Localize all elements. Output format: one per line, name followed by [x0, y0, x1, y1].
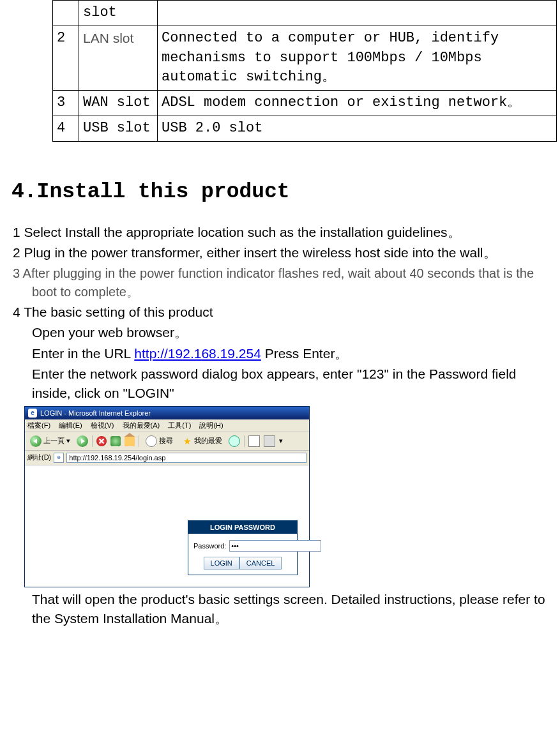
ie-menubar: 檔案(F) 編輯(E) 檢視(V) 我的最愛(A) 工具(T) 說明(H) [25, 419, 309, 432]
stop-icon[interactable] [96, 436, 107, 446]
home-icon[interactable] [125, 436, 135, 446]
password-label: Password: [193, 542, 226, 550]
separator [92, 435, 93, 447]
login-button[interactable]: LOGIN [204, 557, 239, 569]
cell-num: 2 [53, 26, 79, 90]
refresh-icon[interactable] [110, 436, 121, 446]
cell-desc [158, 1, 557, 26]
section-heading: 4.Install this product [11, 180, 554, 204]
cell-desc: USB 2.0 slot [158, 116, 557, 141]
menu-help[interactable]: 說明(H) [199, 421, 223, 429]
slot-table: slot 2 LAN slot Connected to a computer … [52, 0, 557, 142]
password-field[interactable] [229, 540, 321, 552]
menu-view[interactable]: 檢視(V) [91, 421, 114, 429]
forward-button[interactable] [77, 435, 88, 447]
cell-name: WAN slot [79, 91, 158, 116]
step-3: 3 After plugging in the power function i… [13, 264, 547, 301]
table-row: slot [53, 1, 557, 26]
address-input[interactable] [66, 453, 306, 463]
step-4a: 4 The basic setting of this product [13, 303, 547, 322]
ie-content-area: LOGIN PASSWORD Password: LOGIN CANCEL [25, 465, 309, 587]
back-button[interactable]: 上一頁 ▾ [27, 434, 73, 448]
step-4c: Enter in the URL http://192.168.19.254 P… [13, 344, 547, 363]
login-dialog: LOGIN PASSWORD Password: LOGIN CANCEL [188, 520, 298, 575]
history-icon[interactable] [229, 435, 240, 447]
search-button[interactable]: 搜尋 [143, 434, 176, 448]
menu-edit[interactable]: 編輯(E) [59, 421, 82, 429]
search-icon [146, 435, 157, 447]
back-arrow-icon [30, 435, 42, 447]
menu-file[interactable]: 檔案(F) [27, 421, 50, 429]
menu-favorites[interactable]: 我的最愛(A) [123, 421, 160, 429]
search-label: 搜尋 [159, 436, 173, 446]
step-4c-pre: Enter in the URL [32, 346, 134, 361]
star-icon: ★ [182, 436, 192, 446]
table-row: 2 LAN slot Connected to a computer or HU… [53, 26, 557, 90]
cell-name: USB slot [79, 116, 158, 141]
step-2: 2 Plug in the power transformer, either … [13, 243, 547, 262]
more-icon[interactable]: ▾ [279, 437, 283, 445]
separator [244, 435, 245, 447]
cell-num: 3 [53, 91, 79, 116]
step-1: 1 Select Install the appropriate locatio… [13, 223, 547, 242]
back-label: 上一頁 [43, 436, 64, 446]
login-dialog-title: LOGIN PASSWORD [188, 521, 297, 534]
step-4d: Enter the network password dialog box ap… [13, 365, 547, 403]
cell-desc: ADSL modem connection or existing networ… [158, 91, 557, 116]
print-icon[interactable] [264, 435, 275, 447]
ie-icon: e [28, 409, 37, 418]
cancel-button[interactable]: CANCEL [239, 557, 282, 569]
table-row: 4 USB slot USB 2.0 slot [53, 116, 557, 141]
separator [139, 435, 139, 447]
cell-num: 4 [53, 116, 79, 141]
ie-title-text: LOGIN - Microsoft Internet Explorer [40, 409, 151, 417]
cell-name: LAN slot [79, 26, 158, 90]
favorites-label: 我的最愛 [194, 436, 222, 446]
step-4c-post: Press Enter。 [261, 346, 349, 361]
page-icon: e [54, 453, 64, 463]
ie-screenshot: e LOGIN - Microsoft Internet Explorer 檔案… [24, 406, 310, 587]
ie-address-bar: 網址(D) e [25, 451, 309, 465]
mail-icon[interactable] [248, 435, 260, 447]
step-4b: Open your web browser。 [13, 323, 547, 342]
cell-num [53, 1, 79, 26]
step-4e: That will open the product's basic setti… [13, 590, 547, 629]
favorites-button[interactable]: ★我的最愛 [179, 435, 225, 448]
menu-tools[interactable]: 工具(T) [168, 421, 191, 429]
table-row: 3 WAN slot ADSL modem connection or exis… [53, 91, 557, 116]
address-label: 網址(D) [27, 453, 51, 462]
cell-name: slot [79, 1, 158, 26]
cell-desc: Connected to a computer or HUB, identify… [158, 26, 557, 90]
ie-titlebar: e LOGIN - Microsoft Internet Explorer [25, 407, 309, 419]
ie-toolbar: 上一頁 ▾ 搜尋 ★我的最愛 ▾ [25, 432, 309, 451]
router-url-link[interactable]: http://192.168.19.254 [134, 346, 261, 361]
